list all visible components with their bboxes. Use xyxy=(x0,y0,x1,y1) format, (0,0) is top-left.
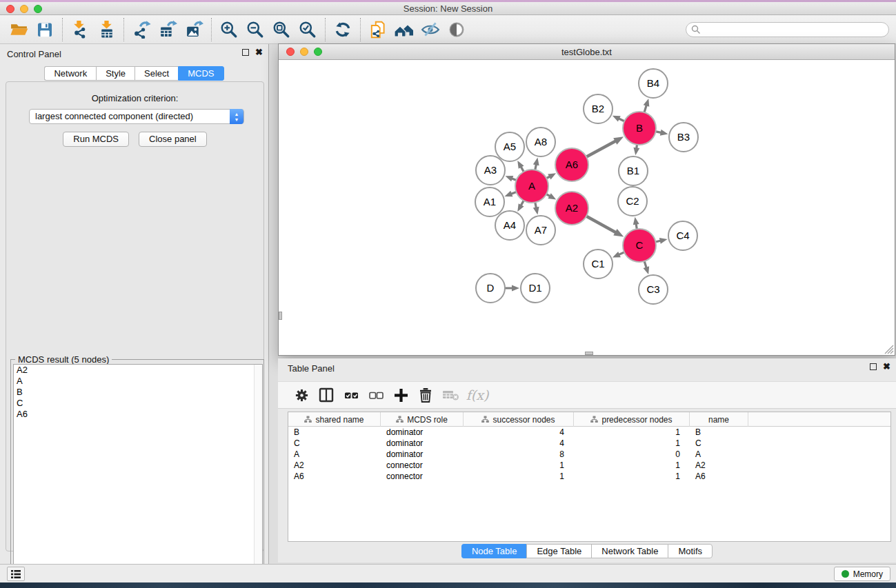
minimize-network-window-icon[interactable] xyxy=(300,48,308,56)
table-cell[interactable]: 1 xyxy=(464,471,574,482)
result-list-item[interactable]: B xyxy=(14,387,262,398)
select-all-rows-button[interactable] xyxy=(339,384,364,406)
table-cell[interactable]: 1 xyxy=(574,438,690,449)
import-table-button[interactable] xyxy=(93,17,119,42)
create-column-button[interactable] xyxy=(388,384,413,406)
column-header-MCDS-role[interactable]: MCDS role xyxy=(381,412,464,427)
open-session-button[interactable] xyxy=(6,17,32,42)
table-cell[interactable]: A6 xyxy=(288,471,381,482)
tab-style[interactable]: Style xyxy=(96,66,135,81)
close-panel-icon[interactable]: ✖ xyxy=(255,48,263,57)
table-cell[interactable]: dominator xyxy=(381,427,464,438)
criterion-dropdown[interactable]: largest connected component (directed) ▲… xyxy=(29,109,244,124)
network-canvas[interactable]: B4B2BB3A5A8A6A3B1AA1C2A2A4A7C4CC1DD1C3 xyxy=(279,60,895,355)
tab-motifs[interactable]: Motifs xyxy=(668,544,713,558)
show-all-networks-button[interactable] xyxy=(391,17,417,42)
table-cell[interactable]: C xyxy=(690,438,748,449)
close-network-window-icon[interactable] xyxy=(286,48,295,56)
close-panel-button[interactable]: Close panel xyxy=(139,132,207,147)
export-image-button[interactable] xyxy=(181,17,207,42)
column-header-shared-name[interactable]: shared name xyxy=(288,412,381,427)
zoom-out-button[interactable] xyxy=(242,17,268,42)
table-cell[interactable]: 1 xyxy=(464,460,574,471)
table-cell[interactable]: 8 xyxy=(464,449,574,460)
table-cell[interactable]: A2 xyxy=(288,460,381,471)
zoom-in-button[interactable] xyxy=(216,17,242,42)
window-edge-handle[interactable] xyxy=(279,312,282,320)
tab-network-table[interactable]: Network Table xyxy=(591,544,668,558)
result-list-item[interactable]: A xyxy=(14,376,262,387)
zoom-window-icon[interactable] xyxy=(34,5,42,13)
table-cell[interactable]: A xyxy=(690,449,748,460)
table-cell[interactable]: 0 xyxy=(574,449,690,460)
close-window-icon[interactable] xyxy=(6,5,14,13)
hide-graphics-button[interactable] xyxy=(417,17,444,42)
function-builder-button[interactable]: f(x) xyxy=(463,384,488,406)
table-cell[interactable]: connector xyxy=(381,460,464,471)
zoom-fit-button[interactable] xyxy=(268,17,295,42)
window-edge-handle[interactable] xyxy=(585,352,593,355)
export-network-button[interactable] xyxy=(128,17,155,42)
zoom-selected-button[interactable] xyxy=(295,17,321,42)
table-cell[interactable]: 1 xyxy=(574,427,690,438)
zoom-fit-icon xyxy=(272,20,291,39)
result-list-scrollbar[interactable] xyxy=(254,365,262,588)
tab-network[interactable]: Network xyxy=(44,66,96,81)
table-cell[interactable]: B xyxy=(288,427,381,438)
refresh-view-button[interactable] xyxy=(330,17,356,42)
memory-button[interactable]: Memory xyxy=(834,567,890,581)
birdseye-view-button[interactable] xyxy=(444,17,470,42)
table-cell[interactable]: dominator xyxy=(381,449,464,460)
float-panel-icon[interactable] xyxy=(870,363,877,370)
network-window-titlebar[interactable]: testGlobe.txt xyxy=(279,44,895,60)
tab-edge-table[interactable]: Edge Table xyxy=(526,544,591,558)
result-list-item[interactable]: A6 xyxy=(14,409,262,420)
table-cell[interactable]: C xyxy=(288,438,381,449)
close-panel-icon[interactable]: ✖ xyxy=(883,363,890,371)
table-cell[interactable]: dominator xyxy=(381,438,464,449)
clone-network-button[interactable] xyxy=(365,17,391,42)
delete-column-button[interactable] xyxy=(413,384,438,406)
search-input[interactable] xyxy=(686,22,889,37)
table-row[interactable]: A2connector11A2 xyxy=(288,460,890,471)
tab-select[interactable]: Select xyxy=(135,66,178,81)
delete-table-button[interactable] xyxy=(438,384,463,406)
table-row[interactable]: Cdominator41C xyxy=(288,438,890,449)
show-columns-button[interactable] xyxy=(314,384,339,406)
minimize-window-icon[interactable] xyxy=(20,5,28,13)
tab-node-table[interactable]: Node Table xyxy=(461,544,527,558)
import-network-icon xyxy=(71,20,90,39)
graph-node-label: B4 xyxy=(647,77,659,89)
table-cell[interactable]: 4 xyxy=(464,438,574,449)
table-row[interactable]: A6connector11A6 xyxy=(288,471,890,482)
float-panel-icon[interactable] xyxy=(242,49,249,56)
column-header-successor-nodes[interactable]: successor nodes xyxy=(464,412,574,427)
table-row[interactable]: Bdominator41B xyxy=(288,427,890,438)
table-panel: Table Panel ✖ xyxy=(278,358,896,562)
zoom-network-window-icon[interactable] xyxy=(314,48,322,56)
result-list-item[interactable]: A2 xyxy=(14,365,262,376)
tab-mcds[interactable]: MCDS xyxy=(178,66,223,81)
table-row[interactable]: Adominator80A xyxy=(288,449,890,460)
save-session-button[interactable] xyxy=(32,17,58,42)
result-list-item[interactable]: C xyxy=(14,398,262,409)
run-mcds-button[interactable]: Run MCDS xyxy=(63,132,129,147)
table-cell[interactable]: 4 xyxy=(464,427,574,438)
table-cell[interactable]: B xyxy=(690,427,748,438)
table-cell[interactable]: 1 xyxy=(574,460,690,471)
show-panels-button[interactable] xyxy=(7,567,25,581)
control-panel: Control Panel ✖ NetworkStyleSelectMCDS O… xyxy=(0,44,269,564)
column-header-predecessor-nodes[interactable]: predecessor nodes xyxy=(574,412,690,427)
table-cell[interactable]: A xyxy=(288,449,381,460)
export-table-button[interactable] xyxy=(155,17,181,42)
import-network-button[interactable] xyxy=(67,17,93,42)
table-cell[interactable]: connector xyxy=(381,471,464,482)
column-header-name[interactable]: name xyxy=(690,412,748,427)
unselect-all-rows-button[interactable] xyxy=(364,384,388,406)
dropdown-stepper-icon: ▲▼ xyxy=(230,109,243,124)
table-cell[interactable]: 1 xyxy=(574,471,690,482)
table-cell[interactable]: A6 xyxy=(690,471,748,482)
table-settings-button[interactable] xyxy=(289,384,314,406)
table-cell[interactable]: A2 xyxy=(690,460,748,471)
resize-grip-icon[interactable] xyxy=(884,345,894,354)
